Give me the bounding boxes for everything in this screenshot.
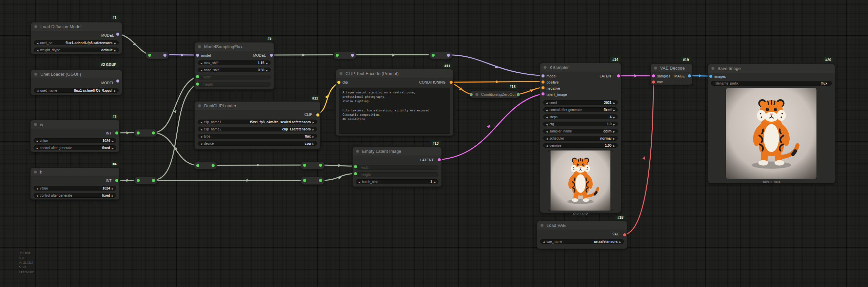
conditioning-output-port[interactable] — [450, 81, 453, 84]
collapse-dot-icon[interactable] — [711, 67, 714, 70]
collapse-dot-icon[interactable] — [198, 45, 201, 48]
increment-icon[interactable] — [613, 122, 615, 126]
model-input-port[interactable] — [541, 74, 545, 77]
decrement-icon[interactable] — [37, 41, 38, 45]
node-header[interactable]: Unet Loader (GGUF) — [31, 70, 122, 79]
increment-icon[interactable] — [114, 48, 116, 52]
node-header[interactable]: VAE Decode — [651, 64, 692, 73]
increment-icon[interactable] — [613, 108, 615, 112]
input-slot-height[interactable]: height — [198, 82, 271, 87]
node-header[interactable]: KSampler — [540, 63, 621, 72]
decrement-icon[interactable] — [200, 61, 202, 65]
node-header[interactable]: Save Image — [708, 64, 835, 73]
reroute-output-port[interactable] — [319, 164, 322, 167]
node-header[interactable]: h — [31, 168, 119, 177]
widget-control-after-generate[interactable]: control after generate fixed — [34, 193, 116, 198]
widget-filename-prefix[interactable]: filename_prefix flux — [711, 81, 832, 86]
decrement-icon[interactable] — [37, 89, 38, 92]
clip-input-port[interactable] — [337, 81, 340, 84]
widget-type[interactable]: type flux — [198, 134, 317, 139]
widget-value[interactable]: value 1024 — [34, 186, 116, 191]
increment-icon[interactable] — [114, 41, 116, 45]
increment-icon[interactable] — [613, 144, 615, 147]
collapse-dot-icon[interactable] — [654, 67, 657, 70]
reroute-input-port[interactable] — [137, 179, 140, 182]
prompt-textarea[interactable]: A tiger mascot standing on a neutral pos… — [339, 88, 450, 134]
input-slot-height[interactable]: height — [356, 172, 438, 177]
input-slot-width[interactable]: width — [356, 165, 438, 170]
decrement-icon[interactable] — [36, 194, 38, 197]
node-load-diffusion-model[interactable]: Load Diffusion Model MODEL unet_na ... f… — [31, 22, 122, 54]
collapse-dot-icon[interactable] — [475, 93, 478, 96]
reroute-output-port[interactable] — [319, 179, 322, 182]
increment-icon[interactable] — [613, 129, 615, 133]
node-vae-decode[interactable]: VAE Decode samples IMAGE vae — [650, 64, 692, 85]
increment-icon[interactable] — [613, 137, 615, 140]
widget-sampler-name[interactable]: sampler_name ddim — [543, 129, 618, 133]
widget-control-after-generate[interactable]: control after generate fixed — [543, 107, 618, 112]
model-output-port[interactable] — [116, 79, 119, 83]
reroute-node[interactable] — [146, 51, 169, 59]
reroute-node[interactable] — [301, 161, 324, 169]
vae-output-port[interactable] — [623, 233, 626, 236]
decrement-icon[interactable] — [200, 134, 202, 138]
model-output-port[interactable] — [116, 33, 119, 36]
increment-icon[interactable] — [313, 142, 314, 145]
decrement-icon[interactable] — [36, 146, 38, 150]
widget-vae-name[interactable]: vae_name ae.safetensors — [540, 239, 624, 244]
node-dual-clip-loader[interactable]: DualCLIPLoader CLIP clip_name1 t5xxl_fp8… — [194, 101, 320, 149]
widget-seed[interactable]: seed 2021 — [543, 100, 618, 105]
input-slot-width[interactable]: width — [198, 75, 271, 79]
reroute-input-port[interactable] — [196, 164, 199, 167]
node-header[interactable]: Load VAE — [537, 221, 627, 230]
node-clip-text-encode[interactable]: CLIP Text Encode (Prompt) clip CONDITION… — [336, 69, 454, 136]
decrement-icon[interactable] — [546, 122, 548, 126]
decrement-icon[interactable] — [37, 48, 38, 52]
latent-output-port[interactable] — [617, 74, 620, 77]
collapse-dot-icon[interactable] — [198, 104, 201, 107]
increment-icon[interactable] — [112, 194, 114, 197]
collapse-dot-icon[interactable] — [34, 171, 37, 174]
reroute-output-port[interactable] — [447, 54, 450, 57]
clip-output-port[interactable] — [316, 113, 319, 116]
increment-icon[interactable] — [112, 186, 114, 190]
increment-icon[interactable] — [434, 180, 436, 184]
reroute-node[interactable] — [134, 129, 157, 137]
samples-input-port[interactable] — [652, 74, 655, 77]
reroute-input-port[interactable] — [148, 54, 151, 57]
negative-input-port[interactable] — [541, 86, 545, 89]
node-header[interactable]: DualCLIPLoader — [195, 102, 320, 110]
widget-scheduler[interactable]: scheduler normal — [543, 136, 618, 141]
reroute-node[interactable] — [134, 177, 157, 184]
reroute-node[interactable] — [333, 51, 356, 59]
increment-icon[interactable] — [313, 127, 314, 131]
decrement-icon[interactable] — [546, 144, 548, 147]
model-input-port[interactable] — [196, 54, 199, 57]
model-output-port[interactable] — [270, 54, 273, 57]
collapse-dot-icon[interactable] — [34, 73, 37, 76]
decrement-icon[interactable] — [546, 137, 548, 140]
latent-image-input-port[interactable] — [541, 92, 545, 95]
collapse-dot-icon[interactable] — [540, 224, 544, 227]
widget-device[interactable]: device cpu — [198, 141, 317, 146]
widget-steps[interactable]: steps 4 — [543, 114, 618, 119]
reroute-output-port[interactable] — [152, 131, 155, 134]
node-save-image[interactable]: Save Image images filename_prefix flux 1… — [708, 64, 835, 183]
widget-clip-name2[interactable]: clip_name2 clip_l.safetensors — [198, 127, 317, 131]
images-input-port[interactable] — [709, 75, 712, 78]
collapse-dot-icon[interactable] — [34, 123, 37, 126]
widget-value[interactable]: value 1024 — [34, 138, 116, 143]
decrement-icon[interactable] — [200, 142, 202, 145]
conditioning-input-port[interactable] — [470, 93, 473, 96]
increment-icon[interactable] — [313, 134, 314, 138]
image-output-port[interactable] — [688, 74, 691, 77]
decrement-icon[interactable] — [358, 180, 360, 184]
decrement-icon[interactable] — [546, 108, 548, 112]
reroute-input-port[interactable] — [303, 164, 306, 167]
reroute-output-port[interactable] — [163, 54, 166, 57]
widget-unet-name[interactable]: unet_na ... flux1-schnell-fp8.safetensor… — [34, 40, 119, 45]
increment-icon[interactable] — [313, 120, 314, 124]
widget-denoise[interactable]: denoise 1.00 — [543, 143, 618, 148]
increment-icon[interactable] — [619, 240, 621, 244]
decrement-icon[interactable] — [546, 101, 548, 105]
